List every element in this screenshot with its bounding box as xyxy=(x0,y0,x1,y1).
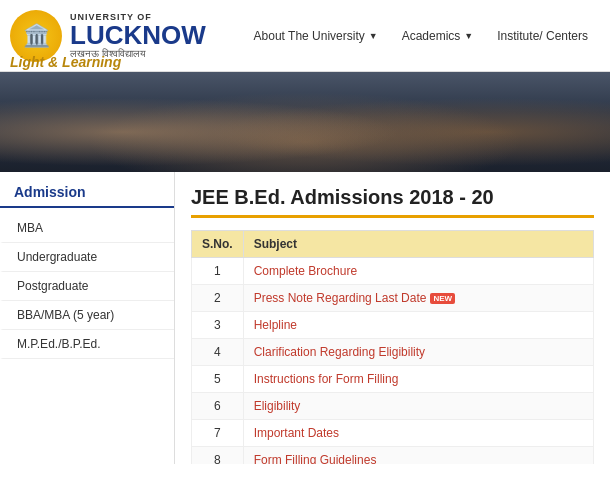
sidebar-item-mped[interactable]: M.P.Ed./B.P.Ed. xyxy=(0,330,174,359)
row-subject[interactable]: Complete Brochure xyxy=(243,258,593,285)
table-row: 6Eligibility xyxy=(192,393,594,420)
subject-link[interactable]: Helpline xyxy=(254,318,297,332)
row-sno: 3 xyxy=(192,312,244,339)
row-sno: 1 xyxy=(192,258,244,285)
row-subject[interactable]: Clarification Regarding Eligibility xyxy=(243,339,593,366)
subject-link[interactable]: Press Note Regarding Last Date xyxy=(254,291,427,305)
row-subject[interactable]: Press Note Regarding Last DateNEW xyxy=(243,285,593,312)
table-row: 5Instructions for Form Filling xyxy=(192,366,594,393)
row-subject[interactable]: Helpline xyxy=(243,312,593,339)
row-sno: 7 xyxy=(192,420,244,447)
row-subject[interactable]: Important Dates xyxy=(243,420,593,447)
col-header-subject: Subject xyxy=(243,231,593,258)
chevron-down-icon: ▼ xyxy=(369,31,378,41)
hero-image xyxy=(0,72,610,172)
row-sno: 2 xyxy=(192,285,244,312)
university-name: LUCKNOW xyxy=(70,22,206,48)
row-sno: 8 xyxy=(192,447,244,465)
tagline: Light & Learning xyxy=(10,54,121,70)
chevron-down-icon: ▼ xyxy=(464,31,473,41)
nav-institutes[interactable]: Institute/ Centers xyxy=(485,23,600,49)
table-row: 3Helpline xyxy=(192,312,594,339)
nav-academics[interactable]: Academics ▼ xyxy=(390,23,486,49)
subject-link[interactable]: Important Dates xyxy=(254,426,339,440)
row-sno: 4 xyxy=(192,339,244,366)
table-row: 7Important Dates xyxy=(192,420,594,447)
new-badge: NEW xyxy=(430,293,455,304)
sidebar-item-mba[interactable]: MBA xyxy=(0,214,174,243)
row-subject[interactable]: Instructions for Form Filling xyxy=(243,366,593,393)
row-subject[interactable]: Form Filling Guidelines xyxy=(243,447,593,465)
table-row: 4Clarification Regarding Eligibility xyxy=(192,339,594,366)
sidebar-item-undergraduate[interactable]: Undergraduate xyxy=(0,243,174,272)
page-title: JEE B.Ed. Admissions 2018 - 20 xyxy=(191,186,594,218)
row-sno: 5 xyxy=(192,366,244,393)
subject-link[interactable]: Clarification Regarding Eligibility xyxy=(254,345,425,359)
subject-link[interactable]: Form Filling Guidelines xyxy=(254,453,377,464)
subject-link[interactable]: Instructions for Form Filling xyxy=(254,372,399,386)
table-row: 1Complete Brochure xyxy=(192,258,594,285)
subject-link[interactable]: Eligibility xyxy=(254,399,301,413)
sidebar-item-bbamba[interactable]: BBA/MBA (5 year) xyxy=(0,301,174,330)
sidebar: Admission MBA Undergraduate Postgraduate… xyxy=(0,172,175,464)
col-header-sno: S.No. xyxy=(192,231,244,258)
sidebar-item-postgraduate[interactable]: Postgraduate xyxy=(0,272,174,301)
table-row: 8Form Filling Guidelines xyxy=(192,447,594,465)
table-row: 2Press Note Regarding Last DateNEW xyxy=(192,285,594,312)
subject-link[interactable]: Complete Brochure xyxy=(254,264,357,278)
admissions-table: S.No. Subject 1Complete Brochure2Press N… xyxy=(191,230,594,464)
row-sno: 6 xyxy=(192,393,244,420)
nav-about[interactable]: About The University ▼ xyxy=(242,23,390,49)
content-panel: JEE B.Ed. Admissions 2018 - 20 S.No. Sub… xyxy=(175,172,610,464)
row-subject[interactable]: Eligibility xyxy=(243,393,593,420)
sidebar-title: Admission xyxy=(0,184,174,208)
